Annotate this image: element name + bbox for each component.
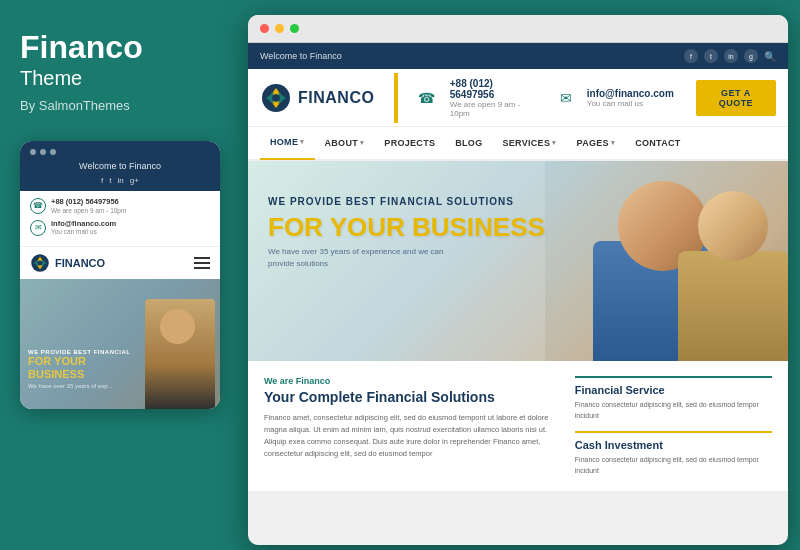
mobile-mockup: Welcome to Financo f t in g+ ☎ +88 (012)… (20, 141, 220, 409)
facebook-social-icon[interactable]: f (684, 49, 698, 63)
chevron-down-icon: ▾ (300, 138, 304, 146)
logo-icon (260, 82, 292, 114)
content-heading: Your Complete Financial Solutions (264, 389, 560, 406)
google-social-icon[interactable]: g (744, 49, 758, 63)
left-panel: Financo Theme By SalmonThemes Welcome to… (0, 0, 240, 550)
social-icons-bar: f t in g 🔍 (684, 49, 776, 63)
announcement-bar: Welcome to Financo f t in g 🔍 (248, 43, 788, 69)
header-phone-sub: We are open 9 am - 10pm (450, 100, 528, 118)
desktop-content: We are Financo Your Complete Financial S… (248, 361, 788, 491)
search-icon[interactable]: 🔍 (764, 51, 776, 62)
mobile-dot-2 (40, 149, 46, 155)
facebook-icon: f (101, 176, 103, 185)
hamburger-menu[interactable] (194, 257, 210, 269)
mobile-email-item: ✉ info@financo.com You can mail us (30, 219, 210, 237)
mobile-hero: WE PROVIDE BEST FINANCIAL FOR YOURBUSINE… (20, 279, 220, 409)
content-left: We are Financo Your Complete Financial S… (264, 376, 560, 476)
cash-investment-text: Financo consectetur adipiscing elit, sed… (575, 455, 772, 476)
cash-investment-block: Cash Investment Financo consectetur adip… (575, 431, 772, 476)
mobile-email-text: info@financo.com (51, 219, 116, 229)
get-quote-button[interactable]: GET A QUOTE (696, 80, 776, 116)
header-yellow-divider (394, 73, 397, 123)
mobile-phone-item: ☎ +88 (012) 56497956 We are open 9 am - … (30, 197, 210, 215)
desktop-hero: WE PROVIDE BEST FINANCIAL SOLUTIONS FOR … (248, 161, 788, 361)
we-are-label: We are Financo (264, 376, 560, 386)
hamburger-line-3 (194, 267, 210, 269)
person2-face (698, 191, 768, 261)
brand-title: Financo (20, 30, 143, 65)
hamburger-line-1 (194, 257, 210, 259)
mobile-logo-svg (30, 253, 50, 273)
email-icon-header: ✉ (560, 90, 572, 106)
twitter-icon: t (109, 176, 111, 185)
desktop-logo-text: FINANCO (298, 89, 374, 107)
mobile-phone-text: +88 (012) 56497956 (51, 197, 126, 207)
mobile-email-sub: You can mail us (51, 228, 116, 236)
hero-tagline: WE PROVIDE BEST FINANCIAL SOLUTIONS (268, 196, 545, 207)
hamburger-line-2 (194, 262, 210, 264)
desktop-hero-text: WE PROVIDE BEST FINANCIAL SOLUTIONS FOR … (268, 196, 545, 270)
announcement-text: Welcome to Financo (260, 51, 342, 61)
chevron-down-icon: ▾ (552, 139, 556, 147)
person2-body (678, 251, 788, 361)
mobile-nav-bar: FINANCO (20, 246, 220, 279)
mobile-hero-big: FOR YOURBUSINESS (28, 355, 131, 381)
financial-service-text: Financo consectetur adipiscing elit, sed… (575, 400, 772, 421)
browser-minimize-dot (275, 24, 284, 33)
mobile-logo-text: FINANCO (55, 257, 105, 269)
instagram-icon: in (118, 176, 124, 185)
content-body: Financo amet, consectetur adipiscing eli… (264, 412, 560, 460)
mobile-social-icons: f t in g+ (101, 176, 139, 185)
hero-sub-text: We have over 35 years of experience and … (268, 246, 468, 270)
cash-investment-title: Cash Investment (575, 439, 772, 451)
nav-item-about[interactable]: ABOUT ▾ (315, 126, 375, 160)
browser-expand-dot (290, 24, 299, 33)
content-right: Financial Service Financo consectetur ad… (575, 376, 772, 476)
nav-item-home[interactable]: HOME ▾ (260, 126, 315, 160)
header-email: info@financo.com (587, 88, 674, 99)
browser-chrome (248, 15, 788, 43)
mobile-dots (30, 149, 56, 155)
financial-service-title: Financial Service (575, 384, 772, 396)
desktop-logo: FINANCO (260, 82, 374, 114)
linkedin-social-icon[interactable]: in (724, 49, 738, 63)
mobile-dot-1 (30, 149, 36, 155)
chevron-down-icon: ▾ (360, 139, 364, 147)
mobile-top-bar: Welcome to Financo f t in g+ (20, 141, 220, 191)
hero-people-image (508, 161, 788, 361)
nav-item-blog[interactable]: BLOG (445, 126, 492, 160)
browser-close-dot (260, 24, 269, 33)
chevron-down-icon: ▾ (611, 139, 615, 147)
desktop-site: Welcome to Financo f t in g 🔍 FINANCO (248, 43, 788, 545)
twitter-social-icon[interactable]: t (704, 49, 718, 63)
google-icon: g+ (130, 176, 139, 185)
financial-service-block: Financial Service Financo consectetur ad… (575, 376, 772, 421)
brand-subtitle: Theme (20, 67, 82, 90)
email-icon: ✉ (30, 220, 46, 236)
mobile-hero-text: WE PROVIDE BEST FINANCIAL FOR YOURBUSINE… (28, 349, 131, 389)
mobile-phone-sub: We are open 9 am - 10pm (51, 207, 126, 215)
mobile-dot-3 (50, 149, 56, 155)
nav-item-projects[interactable]: PROJECTS (374, 126, 445, 160)
mobile-person-image (145, 299, 215, 409)
brand-author: By SalmonThemes (20, 98, 130, 113)
mobile-logo-area: FINANCO (30, 253, 105, 273)
header-phone-block: +88 (012) 56497956 We are open 9 am - 10… (450, 78, 528, 118)
header-email-sub: You can mail us (587, 99, 674, 108)
mobile-welcome-text: Welcome to Financo (79, 161, 161, 171)
phone-icon: ☎ (30, 198, 46, 214)
mobile-hero-subtext: We have over 35 years of exp... (28, 383, 131, 389)
header-email-block: info@financo.com You can mail us (587, 88, 674, 108)
nav-item-contact[interactable]: CONTACT (625, 126, 690, 160)
mobile-contact-bar: ☎ +88 (012) 56497956 We are open 9 am - … (20, 191, 220, 246)
phone-icon-header: ☎ (418, 90, 435, 106)
nav-item-pages[interactable]: PAGES ▾ (567, 126, 626, 160)
desktop-mockup: Welcome to Financo f t in g 🔍 FINANCO (248, 15, 788, 545)
desktop-nav: HOME ▾ ABOUT ▾ PROJECTS BLOG SERVICES ▾ … (248, 127, 788, 161)
desktop-header: FINANCO ☎ +88 (012) 56497956 We are open… (248, 69, 788, 127)
hero-main-text: FOR YOUR BUSINESS (268, 213, 545, 242)
nav-item-services[interactable]: SERVICES ▾ (492, 126, 566, 160)
header-phone: +88 (012) 56497956 (450, 78, 528, 100)
